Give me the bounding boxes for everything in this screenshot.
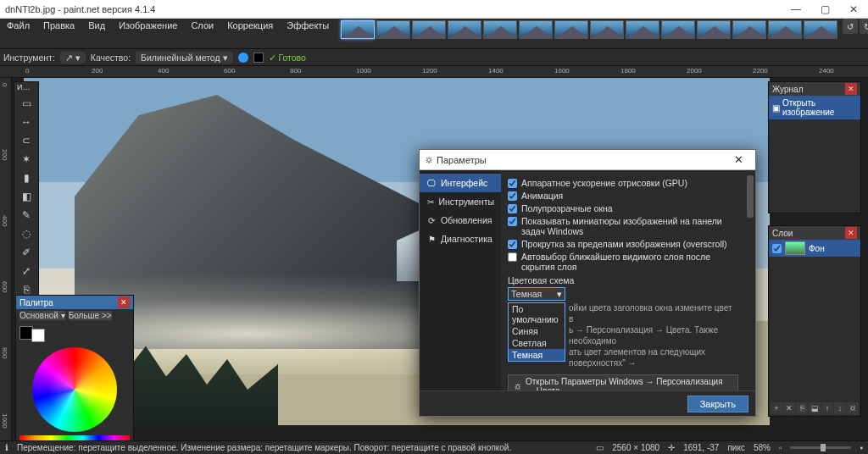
tools-icon: ✂ bbox=[426, 197, 435, 207]
tool-lasso[interactable]: ⊂ bbox=[14, 131, 38, 150]
menu-adjust[interactable]: Коррекция bbox=[220, 19, 280, 34]
palette-more-button[interactable]: Больше >> bbox=[69, 311, 112, 320]
thumb-7[interactable] bbox=[590, 20, 624, 39]
menu-image[interactable]: Изображение bbox=[112, 19, 184, 34]
menu-view[interactable]: Вид bbox=[81, 19, 112, 34]
thumb-13[interactable] bbox=[804, 20, 837, 39]
thumb-11[interactable] bbox=[732, 20, 766, 39]
check-transp[interactable]: Полупрозрачные окна bbox=[508, 203, 738, 213]
menu-layers[interactable]: Слои bbox=[184, 19, 220, 34]
tool-options-bar: Инструмент: ↗ ▾ Качество: Билинейный мет… bbox=[0, 49, 868, 66]
ready-indicator: ✓ Готово bbox=[269, 53, 306, 63]
scheme-opt-light[interactable]: Светлая bbox=[509, 337, 565, 349]
window-title: dnNTl2b.jpg - paint.net версия 4.1.4 bbox=[0, 4, 155, 14]
scheme-hint: ойки цвета заголовка окна измените цвет … bbox=[569, 302, 738, 368]
tool-brush[interactable]: ✎ bbox=[14, 206, 38, 224]
thumb-10[interactable] bbox=[697, 20, 731, 39]
dialog-titlebar[interactable]: ⛭ Параметры ✕ bbox=[420, 150, 755, 170]
layer-row[interactable]: Фон bbox=[769, 240, 860, 257]
coords-icon: ✛ bbox=[668, 443, 675, 452]
dialog-nav: 🖵Интерфейс ✂Инструменты ⟳Обновления ⚑Диа… bbox=[420, 170, 501, 390]
status-dims: 2560 × 1080 bbox=[612, 443, 659, 452]
check-taskbar[interactable]: Показывать миниатюры изображений на пане… bbox=[508, 216, 738, 236]
tool-move[interactable]: ↔ bbox=[14, 113, 38, 131]
history-close-icon[interactable]: ✕ bbox=[845, 83, 857, 95]
layer-dup-icon[interactable]: ⎘ bbox=[796, 402, 808, 414]
dialog-close-button[interactable]: ✕ bbox=[726, 151, 750, 169]
dialog-nav-interface[interactable]: 🖵Интерфейс bbox=[420, 174, 501, 192]
scheme-opt-default[interactable]: По умолчанию bbox=[509, 303, 565, 325]
scheme-opt-blue[interactable]: Синяя bbox=[509, 325, 565, 337]
status-units[interactable]: пикс bbox=[727, 443, 745, 452]
layer-visible-checkbox[interactable] bbox=[772, 244, 782, 253]
tool-wand[interactable]: ✶ bbox=[14, 150, 38, 169]
palette-window[interactable]: Палитра ✕ Основной ▾ Больше >> bbox=[15, 295, 134, 448]
menu-file[interactable]: Файл bbox=[0, 19, 36, 34]
layer-delete-icon[interactable]: ✕ bbox=[783, 402, 795, 414]
dialog-nav-updates[interactable]: ⟳Обновления bbox=[420, 211, 501, 230]
zoom-in-icon[interactable]: ▪ bbox=[860, 443, 863, 452]
thumb-2[interactable] bbox=[412, 20, 446, 39]
layers-close-icon[interactable]: ✕ bbox=[845, 227, 857, 239]
swatch-bg[interactable] bbox=[31, 329, 45, 342]
dialog-nav-diag[interactable]: ⚑Диагностика bbox=[420, 230, 501, 248]
tool-rect-select[interactable]: ▭ bbox=[14, 94, 38, 113]
menu-effects[interactable]: Эффекты bbox=[280, 19, 336, 34]
maximize-button[interactable]: ▢ bbox=[810, 0, 839, 19]
tool-eraser[interactable]: ◌ bbox=[14, 224, 38, 243]
thumb-8[interactable] bbox=[626, 20, 659, 39]
palette-close-icon[interactable]: ✕ bbox=[118, 296, 130, 308]
layer-props-icon[interactable]: ⛭ bbox=[847, 402, 859, 414]
swatch2-icon[interactable] bbox=[253, 53, 264, 63]
open-win-params-button[interactable]: ⛭Открыть Параметры Windows → Персонализа… bbox=[508, 374, 738, 390]
scheme-opt-dark[interactable]: Темная bbox=[509, 349, 565, 361]
scheme-select[interactable]: Темная ▾ bbox=[508, 287, 565, 301]
zoom-slider[interactable] bbox=[790, 446, 851, 449]
history-item[interactable]: ▣ Открыть изображение bbox=[769, 96, 860, 119]
layer-name: Фон bbox=[809, 244, 825, 253]
thumb-4[interactable] bbox=[483, 20, 517, 39]
gear-icon: ⛭ bbox=[425, 155, 434, 165]
check-overscroll[interactable]: Прокрутка за пределами изображения (over… bbox=[508, 239, 738, 249]
history-title: Журнал bbox=[772, 85, 804, 94]
dialog-close-footer-button[interactable]: Закрыть bbox=[687, 396, 748, 412]
thumb-3[interactable] bbox=[448, 20, 481, 39]
layer-up-icon[interactable]: ↑ bbox=[821, 402, 833, 414]
close-button[interactable]: ✕ bbox=[839, 0, 868, 19]
history-panel[interactable]: Журнал ✕ ▣ Открыть изображение bbox=[768, 81, 861, 213]
tool-bucket[interactable]: ▮ bbox=[14, 169, 38, 187]
thumb-5[interactable] bbox=[519, 20, 553, 39]
check-autolayer[interactable]: Автовыбор ближайшего видимого слоя после… bbox=[508, 252, 738, 272]
tool-selector[interactable]: ↗ ▾ bbox=[60, 52, 86, 64]
thumb-12[interactable] bbox=[768, 20, 802, 39]
color-wheel[interactable] bbox=[32, 347, 117, 432]
tool-picker[interactable]: ⤢ bbox=[14, 262, 38, 280]
menu-edit[interactable]: Правка bbox=[36, 19, 81, 34]
status-zoom[interactable]: 58% bbox=[754, 443, 771, 452]
diag-icon: ⚑ bbox=[426, 234, 437, 244]
tool-pencil[interactable]: ✐ bbox=[14, 243, 38, 262]
zoom-out-icon[interactable]: ▫ bbox=[779, 443, 782, 452]
dialog-nav-tools[interactable]: ✂Инструменты bbox=[420, 192, 501, 211]
util-icon-1[interactable]: ↺ bbox=[843, 19, 858, 34]
thumb-1[interactable] bbox=[376, 20, 410, 39]
quality-selector[interactable]: Билинейный метод ▾ bbox=[136, 52, 232, 64]
thumb-9[interactable] bbox=[661, 20, 695, 39]
layer-add-icon[interactable]: + bbox=[771, 402, 782, 414]
thumb-0[interactable] bbox=[341, 20, 375, 39]
layer-down-icon[interactable]: ↓ bbox=[834, 402, 846, 414]
check-anim[interactable]: Анимация bbox=[508, 191, 738, 201]
util-icon-2[interactable]: ↻ bbox=[860, 19, 868, 34]
open-images-strip bbox=[336, 19, 843, 41]
dialog-scrollbar[interactable] bbox=[745, 170, 755, 390]
tool-gradient[interactable]: ◧ bbox=[14, 187, 38, 206]
thumb-6[interactable] bbox=[554, 20, 588, 39]
layer-merge-icon[interactable]: ⬓ bbox=[809, 402, 821, 414]
layers-panel[interactable]: Слои ✕ Фон + ✕ ⎘ ⬓ ↑ ↓ ⛭ bbox=[768, 225, 861, 417]
minimize-button[interactable]: — bbox=[782, 0, 810, 19]
scheme-dropdown: По умолчанию Синяя Светлая Темная bbox=[508, 302, 565, 362]
check-gpu[interactable]: Аппаратное ускорение отрисовки (GPU) bbox=[508, 178, 738, 188]
palette-header[interactable]: Палитра ✕ bbox=[16, 296, 133, 309]
palette-primary-select[interactable]: Основной ▾ bbox=[19, 311, 65, 320]
swatch-icon[interactable] bbox=[238, 53, 248, 63]
